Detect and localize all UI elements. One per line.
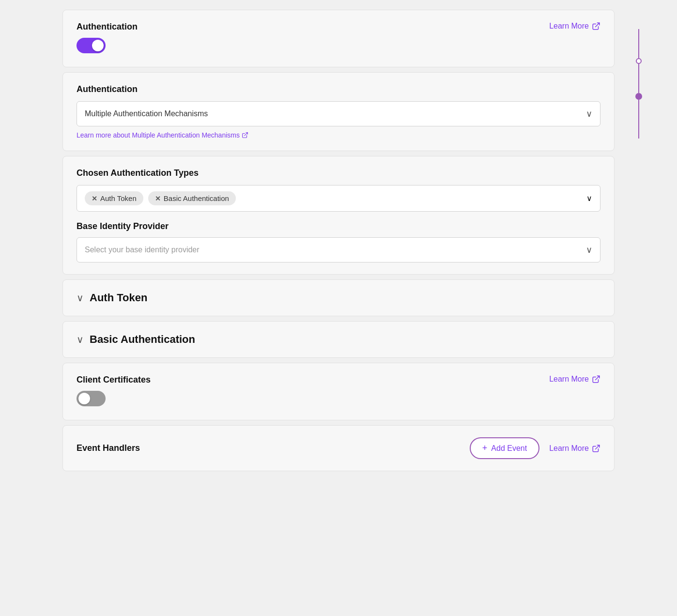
tag-basic-auth-remove[interactable]: ✕: [155, 195, 161, 202]
tag-auth-token-label: Auth Token: [100, 194, 137, 202]
tag-auth-token-remove[interactable]: ✕: [92, 195, 97, 202]
sub-external-link-icon: [242, 132, 248, 139]
external-link-icon: [592, 22, 600, 31]
auth-learn-more-label: Learn More: [549, 22, 589, 31]
client-cert-learn-more-label: Learn More: [549, 375, 589, 384]
toggle-knob: [92, 40, 104, 51]
auth-mechanism-value: Multiple Authentication Mechanisms: [85, 109, 208, 118]
client-cert-learn-more-link[interactable]: Learn More: [549, 375, 600, 384]
auth-types-chevron: ∨: [586, 194, 592, 203]
basic-auth-collapse-card[interactable]: ∨ Basic Authentication: [62, 321, 615, 358]
event-handlers-learn-more-label: Learn More: [549, 444, 589, 453]
auth-mechanism-select[interactable]: Multiple Authentication Mechanisms ∨: [77, 101, 600, 126]
auth-mechanism-learn-more-text: Learn more about Multiple Authentication…: [77, 131, 240, 139]
plus-icon: +: [482, 443, 488, 453]
client-cert-toggle-knob: [78, 393, 90, 404]
svg-line-2: [596, 376, 600, 380]
auth-token-collapse-card[interactable]: ∨ Auth Token: [62, 279, 615, 316]
client-cert-toggle[interactable]: [77, 391, 106, 406]
tag-basic-auth: ✕ Basic Authentication: [148, 191, 236, 205]
base-identity-placeholder: Select your base identity provider: [85, 246, 200, 254]
auth-tags-container: ✕ Auth Token ✕ Basic Authentication: [85, 191, 236, 205]
auth-toggle-title: Authentication: [77, 22, 138, 32]
base-identity-select[interactable]: Select your base identity provider ∨: [77, 237, 600, 262]
basic-auth-chevron: ∨: [77, 334, 84, 345]
timeline-dot-1: [636, 58, 642, 64]
client-cert-left: Client Certificates: [77, 375, 151, 408]
event-handlers-title: Event Handlers: [77, 443, 140, 453]
authentication-toggle[interactable]: [77, 38, 106, 53]
svg-line-1: [245, 133, 247, 136]
auth-token-title: Auth Token: [90, 292, 147, 304]
auth-token-chevron: ∨: [77, 292, 84, 304]
base-identity-section: Base Identity Provider Select your base …: [77, 221, 600, 262]
tag-auth-token: ✕ Auth Token: [85, 191, 143, 205]
auth-mechanism-chevron: ∨: [586, 108, 592, 119]
event-handlers-external-link-icon: [592, 444, 600, 453]
basic-auth-title: Basic Authentication: [90, 333, 195, 346]
authentication-toggle-card: Authentication Learn More: [62, 10, 615, 67]
tag-basic-auth-label: Basic Authentication: [164, 194, 229, 202]
auth-mechanism-title: Authentication: [77, 84, 600, 94]
base-identity-title: Base Identity Provider: [77, 221, 600, 231]
auth-mechanism-card: Authentication Multiple Authentication M…: [62, 72, 615, 151]
client-cert-title: Client Certificates: [77, 375, 151, 385]
event-handlers-learn-more-link[interactable]: Learn More: [549, 444, 600, 453]
auth-types-card: Chosen Authentication Types ✕ Auth Token…: [62, 156, 615, 275]
auth-learn-more-link[interactable]: Learn More: [549, 22, 600, 31]
svg-line-0: [596, 23, 600, 27]
add-event-label: Add Event: [491, 444, 527, 453]
chosen-auth-types-title: Chosen Authentication Types: [77, 168, 600, 178]
add-event-button[interactable]: + Add Event: [470, 437, 539, 459]
client-cert-external-link-icon: [592, 375, 600, 384]
event-handlers-right: + Add Event Learn More: [470, 437, 600, 459]
event-handlers-card: Event Handlers + Add Event Learn More: [62, 425, 615, 471]
auth-mechanism-learn-more[interactable]: Learn more about Multiple Authentication…: [77, 131, 600, 139]
timeline: [634, 29, 644, 139]
chosen-auth-types-select[interactable]: ✕ Auth Token ✕ Basic Authentication ∨: [77, 185, 600, 212]
base-identity-chevron: ∨: [586, 245, 592, 255]
svg-line-3: [596, 445, 600, 449]
auth-toggle-left: Authentication: [77, 22, 138, 55]
client-certificates-card: Client Certificates Learn More: [62, 363, 615, 420]
timeline-dot-2: [635, 93, 642, 100]
